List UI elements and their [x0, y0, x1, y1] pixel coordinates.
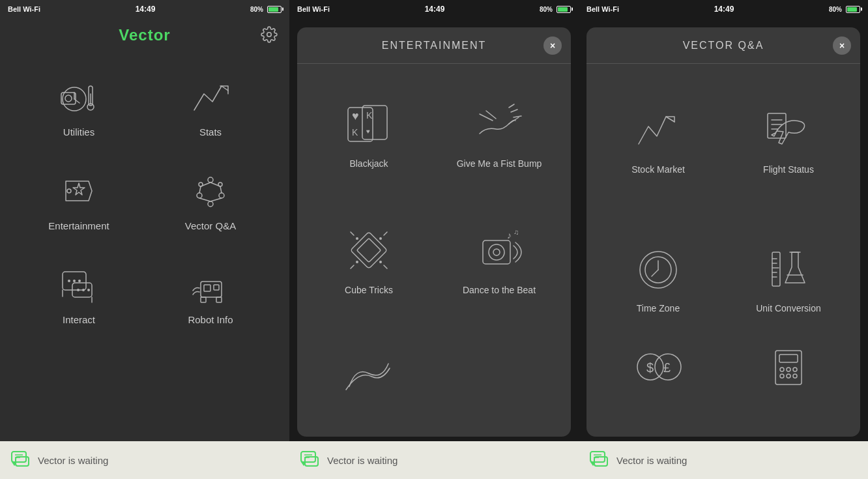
- cubetricks-item[interactable]: Cube Tricks: [304, 197, 434, 323]
- bottom-status-ent: Vector is waiting: [289, 441, 579, 479]
- svg-point-96: [780, 374, 784, 378]
- unitconversion-item[interactable]: Unit Conversion: [723, 209, 854, 348]
- svg-point-11: [197, 193, 202, 198]
- bottom-status-qa: Vector is waiting: [579, 441, 868, 479]
- stockmarket-item[interactable]: Stock Market: [593, 70, 723, 209]
- entertainment-card: ENTERTAINMENT × ♥ K K ♥: [297, 27, 571, 437]
- svg-rect-34: [214, 285, 219, 290]
- svg-line-58: [351, 232, 354, 235]
- svg-text:♥: ♥: [352, 109, 359, 123]
- svg-line-2: [74, 99, 80, 103]
- grid-item-entertainment[interactable]: Entertainment: [13, 152, 145, 246]
- unitconversion-icon: [762, 242, 815, 295]
- svg-point-95: [793, 368, 797, 371]
- status-text-ent: Vector is waiting: [327, 455, 398, 466]
- dancebeat-icon: ♪ ♫: [473, 224, 525, 276]
- flightstatus-item[interactable]: Flight Status: [723, 70, 854, 209]
- svg-line-59: [384, 232, 387, 235]
- svg-text:♫: ♫: [514, 228, 519, 236]
- svg-rect-52: [351, 232, 388, 269]
- bottom-status-main: Vector is waiting: [0, 441, 289, 479]
- currency-item[interactable]: $ £: [593, 347, 723, 386]
- gear-icon[interactable]: [261, 26, 279, 44]
- cubetricks-label: Cube Tricks: [345, 284, 393, 296]
- svg-point-93: [780, 368, 784, 371]
- app-header: Vector: [0, 18, 289, 52]
- blackjack-item[interactable]: ♥ K K ♥ Blackjack: [304, 70, 434, 197]
- stats-icon: [188, 74, 233, 120]
- stockmarket-label: Stock Market: [631, 164, 685, 175]
- svg-point-12: [219, 193, 224, 198]
- robotinfo-label: Robot Info: [188, 314, 233, 325]
- status-bar-ent: Bell Wi-Fi 14:49 80%: [289, 0, 579, 18]
- carrier-wifi: Bell Wi-Fi: [8, 5, 40, 13]
- svg-line-48: [486, 111, 496, 119]
- svg-line-60: [351, 265, 354, 269]
- battery-area-main: 80%: [250, 6, 282, 13]
- chat-icon-qa: [589, 449, 609, 471]
- interact-icon: [56, 262, 102, 308]
- status-text-qa: Vector is waiting: [616, 455, 687, 466]
- svg-rect-36: [216, 297, 222, 302]
- timezone-label: Time Zone: [637, 302, 680, 314]
- vectorqa-close-button[interactable]: ×: [833, 36, 851, 55]
- grid-item-robotinfo[interactable]: Robot Info: [145, 247, 276, 341]
- main-grid: Utilities Stats: [0, 52, 289, 441]
- battery-ent: 80%: [540, 6, 571, 13]
- entertainment-label: Entertainment: [48, 220, 109, 231]
- svg-rect-53: [357, 239, 381, 263]
- calculator-icon: [762, 347, 815, 386]
- svg-point-56: [356, 261, 358, 263]
- vectorqa-grid: Stock Market Flight Status: [586, 64, 860, 437]
- svg-text:K: K: [352, 127, 358, 138]
- svg-line-61: [384, 265, 387, 269]
- svg-line-51: [509, 104, 514, 108]
- fistbump-icon: [473, 98, 525, 150]
- currency-icon: $ £: [632, 347, 684, 386]
- svg-point-30: [87, 289, 90, 291]
- timezone-item[interactable]: Time Zone: [593, 209, 723, 348]
- flightstatus-label: Flight Status: [763, 164, 814, 175]
- dancebeat-label: Dance to the Beat: [463, 284, 536, 296]
- vectorqa-label: Vector Q&A: [185, 220, 236, 231]
- entertainment-header: ENTERTAINMENT ×: [297, 27, 571, 64]
- svg-text:♪: ♪: [507, 230, 512, 240]
- dancebeat-item[interactable]: ♪ ♫ Dance to the Beat: [434, 197, 564, 323]
- svg-line-20: [199, 198, 210, 201]
- grid-item-vectorqa[interactable]: Vector Q&A: [145, 152, 276, 246]
- svg-point-28: [77, 289, 80, 291]
- svg-point-23: [68, 280, 70, 282]
- interact-label: Interact: [63, 314, 95, 325]
- entertainment-close-button[interactable]: ×: [543, 36, 562, 55]
- vectorqa-panel: Bell Wi-Fi 14:49 80% VECTOR Q&A ×: [579, 0, 868, 479]
- time-main: 14:49: [136, 5, 156, 14]
- svg-point-55: [379, 237, 382, 240]
- svg-line-78: [652, 270, 658, 276]
- svg-rect-33: [204, 285, 210, 291]
- vectorqa-card: VECTOR Q&A × Stock Market: [586, 27, 860, 437]
- utilities-icon: [56, 74, 102, 120]
- svg-point-8: [67, 189, 71, 193]
- carrier-wifi-qa: Bell Wi-Fi: [586, 5, 619, 13]
- svg-point-10: [208, 177, 213, 182]
- utilities-label: Utilities: [63, 126, 94, 138]
- grid-item-utilities[interactable]: Utilities: [13, 59, 145, 152]
- grid-item-stats[interactable]: Stats: [145, 59, 276, 152]
- chat-icon-main: [10, 449, 30, 471]
- extra-icon-ent: [343, 351, 395, 403]
- battery-icon-main: [267, 6, 282, 13]
- grid-item-interact[interactable]: Interact: [13, 247, 145, 341]
- battery-qa: 80%: [829, 6, 860, 13]
- svg-point-54: [356, 237, 358, 240]
- svg-rect-92: [779, 355, 798, 362]
- vectorqa-header: VECTOR Q&A ×: [586, 27, 860, 64]
- svg-point-13: [208, 201, 213, 207]
- battery-percent-main: 80%: [250, 6, 263, 13]
- fistbump-item[interactable]: Give Me a Fist Bump: [434, 70, 564, 197]
- extra-item-ent[interactable]: [304, 323, 434, 430]
- time-qa: 14:49: [714, 5, 734, 14]
- blackjack-icon: ♥ K K ♥: [343, 98, 395, 150]
- status-bar-main: Bell Wi-Fi 14:49 80%: [0, 0, 289, 18]
- timezone-icon: [632, 242, 684, 295]
- calculator-item[interactable]: [723, 347, 854, 386]
